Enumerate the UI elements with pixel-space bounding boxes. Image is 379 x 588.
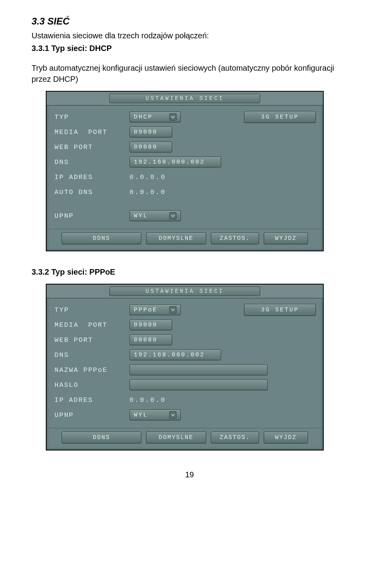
label-nazwa-pppoe: NAZWA PPPoE bbox=[54, 366, 129, 374]
panel-title: USTAWIENIA SIECI bbox=[109, 94, 260, 103]
label-dns: DNS bbox=[54, 351, 129, 359]
nazwa-pppoe-input[interactable] bbox=[129, 364, 268, 375]
3g-setup-button[interactable]: 3G SETUP bbox=[244, 111, 316, 123]
upnp-select[interactable]: WYL bbox=[129, 409, 181, 420]
media-port-input[interactable]: 09000 bbox=[129, 126, 172, 138]
typ-value: DHCP bbox=[134, 114, 167, 121]
label-upnp: UPNP bbox=[54, 212, 129, 220]
panel-titlebar: USTAWIENIA SIECI bbox=[47, 285, 323, 298]
domyslne-button[interactable]: DOMYSLNE bbox=[146, 232, 206, 244]
label-web-port: WEB PORT bbox=[54, 143, 129, 151]
intro-text: Ustawienia sieciowe dla trzech rodzajów … bbox=[32, 30, 347, 41]
wyjdz-button[interactable]: WYJDZ bbox=[264, 232, 308, 244]
section-title: 3.3 SIEĆ bbox=[32, 16, 347, 27]
ip-adres-value: 0.0.0.0 bbox=[129, 173, 166, 181]
wyjdz-button[interactable]: WYJDZ bbox=[264, 432, 308, 443]
page-number: 19 bbox=[32, 470, 347, 479]
ddns-button[interactable]: DDNS bbox=[62, 232, 141, 244]
typ-select[interactable]: DHCP bbox=[129, 111, 181, 122]
label-ip-adres: IP ADRES bbox=[54, 396, 129, 404]
typ-value: PPPoE bbox=[134, 307, 167, 313]
label-typ: TYP bbox=[54, 113, 129, 121]
ip-adres-value: 0.0.0.0 bbox=[129, 396, 166, 404]
haslo-input[interactable] bbox=[129, 379, 268, 390]
panel-title: USTAWIENIA SIECI bbox=[109, 286, 260, 296]
upnp-select[interactable]: WYL bbox=[129, 210, 181, 221]
upnp-value: WYL bbox=[134, 213, 167, 219]
web-port-input[interactable]: 00080 bbox=[129, 334, 172, 345]
web-port-input[interactable]: 00080 bbox=[129, 141, 172, 153]
label-typ: TYP bbox=[54, 306, 129, 314]
chevron-down-icon bbox=[169, 411, 176, 418]
label-web-port: WEB PORT bbox=[54, 336, 129, 344]
dns-input[interactable]: 192.168.000.002 bbox=[129, 156, 221, 168]
label-haslo: HASLO bbox=[54, 381, 129, 389]
chevron-down-icon bbox=[169, 306, 176, 313]
zastos-button[interactable]: ZASTOS. bbox=[211, 232, 259, 244]
subsection-2-title: 3.3.2 Typ sieci: PPPoE bbox=[32, 266, 347, 277]
chevron-down-icon bbox=[169, 212, 176, 219]
label-dns: DNS bbox=[54, 158, 129, 166]
domyslne-button[interactable]: DOMYSLNE bbox=[146, 432, 206, 443]
label-upnp: UPNP bbox=[54, 411, 129, 419]
ddns-button[interactable]: DDNS bbox=[62, 432, 141, 443]
settings-panel-dhcp: USTAWIENIA SIECI TYP DHCP 3G SETUP MEDIA… bbox=[46, 91, 324, 251]
label-ip-adres: IP ADRES bbox=[54, 173, 129, 181]
label-media-port: MEDIA PORT bbox=[54, 128, 129, 136]
auto-dns-value: 0.0.0.0 bbox=[129, 188, 166, 196]
upnp-value: WYL bbox=[134, 412, 167, 418]
label-auto-dns: AUTO DNS bbox=[54, 188, 129, 196]
typ-select[interactable]: PPPoE bbox=[129, 304, 181, 315]
panel-titlebar: USTAWIENIA SIECI bbox=[47, 92, 323, 106]
zastos-button[interactable]: ZASTOS. bbox=[211, 432, 259, 443]
3g-setup-button[interactable]: 3G SETUP bbox=[244, 304, 316, 316]
media-port-input[interactable]: 09000 bbox=[129, 319, 172, 330]
subsection-1-title: 3.3.1 Typ sieci: DHCP bbox=[32, 43, 347, 54]
chevron-down-icon bbox=[169, 113, 176, 121]
subsection-1-desc: Tryb automatycznej konfiguracji ustawień… bbox=[32, 62, 347, 85]
label-media-port: MEDIA PORT bbox=[54, 321, 129, 329]
settings-panel-pppoe: USTAWIENIA SIECI TYP PPPoE 3G SETUP MEDI… bbox=[46, 284, 324, 450]
dns-input[interactable]: 192.168.000.002 bbox=[129, 349, 221, 360]
